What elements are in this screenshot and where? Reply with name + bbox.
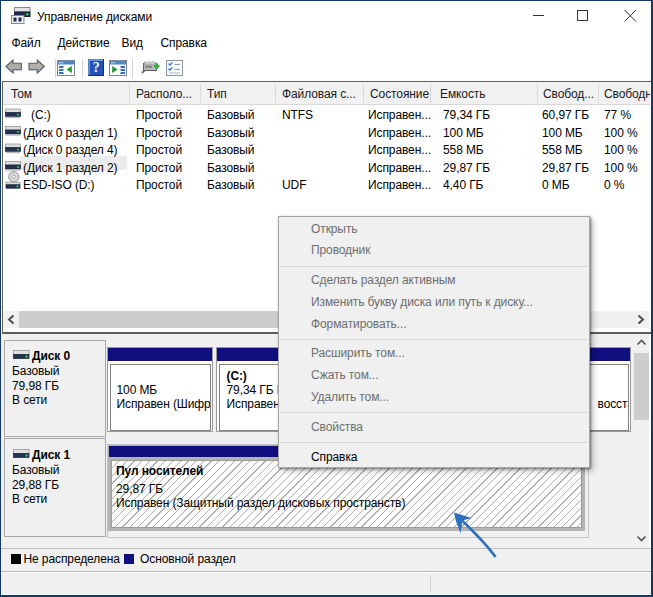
svg-text:?: ?: [93, 60, 100, 75]
